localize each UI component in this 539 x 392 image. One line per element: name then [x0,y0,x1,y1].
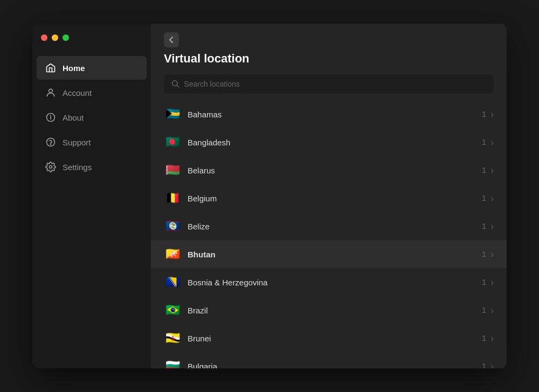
close-button[interactable] [41,34,47,41]
search-input[interactable] [184,80,486,88]
search-icon [171,80,179,88]
location-item-belgium[interactable]: 🇧🇪Belgium1› [151,184,507,212]
app-window: Home Account [32,24,507,368]
sidebar-item-label: Settings [63,163,92,172]
chevron-right-icon: › [490,109,494,120]
flag-icon: 🇧🇦 [164,274,181,291]
chevron-right-icon: › [490,249,494,260]
svg-point-5 [51,144,51,145]
sidebar-item-label: Account [63,88,92,97]
location-count: 1 [482,110,486,118]
location-name: Bangladesh [188,138,482,147]
chevron-right-icon: › [490,305,494,316]
page-title: Virtual location [151,52,507,74]
location-name: Belize [188,222,482,231]
flag-icon: 🇧🇩 [164,134,181,151]
flag-icon: 🇧🇿 [164,218,181,235]
chevron-right-icon: › [490,221,494,232]
chevron-right-icon: › [490,361,494,369]
location-count: 1 [482,306,486,314]
location-item-bhutan[interactable]: 🇧🇹Bhutan1› [151,240,507,268]
sidebar-item-label: Home [63,64,85,73]
header [151,24,507,52]
maximize-button[interactable] [63,34,69,41]
sidebar-item-settings[interactable]: Settings [37,155,147,179]
sidebar-item-label: About [63,113,84,122]
location-count: 1 [482,222,486,230]
location-item-bulgaria[interactable]: 🇧🇬Bulgaria1› [151,352,507,368]
chevron-right-icon: › [490,165,494,176]
location-name: Bahamas [188,110,482,119]
location-item-belize[interactable]: 🇧🇿Belize1› [151,212,507,240]
flag-icon: 🇧🇪 [164,190,181,207]
location-count: 1 [482,362,486,368]
location-count: 1 [482,334,486,342]
flag-icon: 🇧🇾 [164,162,181,179]
search-bar[interactable] [164,74,494,94]
flag-icon: 🇧🇹 [164,246,181,263]
sidebar-item-account[interactable]: Account [37,81,147,104]
location-count: 1 [482,166,486,174]
chevron-right-icon: › [490,137,494,148]
chevron-right-icon: › [490,333,494,344]
main-content: Virtual location 🇧🇸Bahamas1›🇧🇩Bangladesh… [151,24,507,368]
location-count: 1 [482,278,486,286]
svg-point-0 [49,89,53,93]
minimize-button[interactable] [52,34,58,41]
location-count: 1 [482,194,486,202]
location-name: Brunei [188,334,482,343]
sidebar-item-label: Support [63,138,91,147]
chevron-right-icon: › [490,277,494,288]
location-name: Bosnia & Herzegovina [188,278,482,287]
sidebar-item-support[interactable]: Support [37,130,147,154]
help-icon [45,137,56,148]
location-name: Brazil [188,306,482,315]
location-name: Belgium [188,194,482,203]
location-count: 1 [482,138,486,146]
info-icon [45,112,56,123]
location-item-bosnia[interactable]: 🇧🇦Bosnia & Herzegovina1› [151,268,507,296]
location-item-brunei[interactable]: 🇧🇳Brunei1› [151,324,507,352]
location-name: Belarus [188,166,482,175]
location-item-brazil[interactable]: 🇧🇷Brazil1› [151,296,507,324]
titlebar [32,24,151,52]
location-name: Bhutan [188,250,482,259]
nav-menu: Home Account [32,52,151,183]
sidebar: Home Account [32,24,151,368]
back-button[interactable] [164,32,179,47]
home-icon [45,62,56,73]
location-count: 1 [482,250,486,258]
sidebar-item-home[interactable]: Home [37,56,147,80]
flag-icon: 🇧🇸 [164,106,181,123]
svg-point-6 [50,166,52,169]
locations-list: 🇧🇸Bahamas1›🇧🇩Bangladesh1›🇧🇾Belarus1›🇧🇪Be… [151,98,507,368]
location-item-bahamas[interactable]: 🇧🇸Bahamas1› [151,100,507,128]
chevron-right-icon: › [490,193,494,204]
location-item-belarus[interactable]: 🇧🇾Belarus1› [151,156,507,184]
flag-icon: 🇧🇷 [164,302,181,319]
location-item-bangladesh[interactable]: 🇧🇩Bangladesh1› [151,128,507,156]
location-name: Bulgaria [188,362,482,369]
account-icon [45,87,56,98]
flag-icon: 🇧🇬 [164,358,181,368]
settings-icon [45,162,56,172]
flag-icon: 🇧🇳 [164,330,181,347]
sidebar-item-about[interactable]: About [37,106,147,129]
